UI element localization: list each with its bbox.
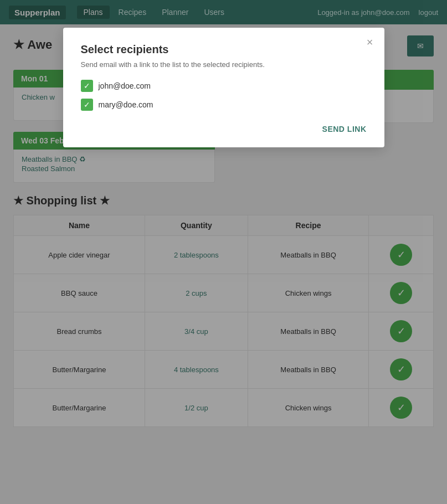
modal-overlay: × Select recipients Send email with a li… [0, 0, 447, 504]
checkbox-mary[interactable]: ✓ [81, 99, 93, 111]
modal-subtitle: Send email with a link to the list to th… [81, 60, 367, 69]
select-recipients-modal: × Select recipients Send email with a li… [63, 28, 384, 147]
send-link-button[interactable]: SEND LINK [322, 125, 367, 133]
recipient-row-1: ✓ john@doe.com [81, 80, 367, 92]
recipient-email-mary: mary@doe.com [99, 100, 153, 109]
recipient-email-john: john@doe.com [99, 81, 151, 90]
checkbox-john[interactable]: ✓ [81, 80, 93, 92]
modal-close-button[interactable]: × [367, 37, 373, 48]
modal-title: Select recipients [81, 43, 367, 56]
recipient-row-2: ✓ mary@doe.com [81, 99, 367, 111]
modal-footer: SEND LINK [81, 124, 367, 134]
